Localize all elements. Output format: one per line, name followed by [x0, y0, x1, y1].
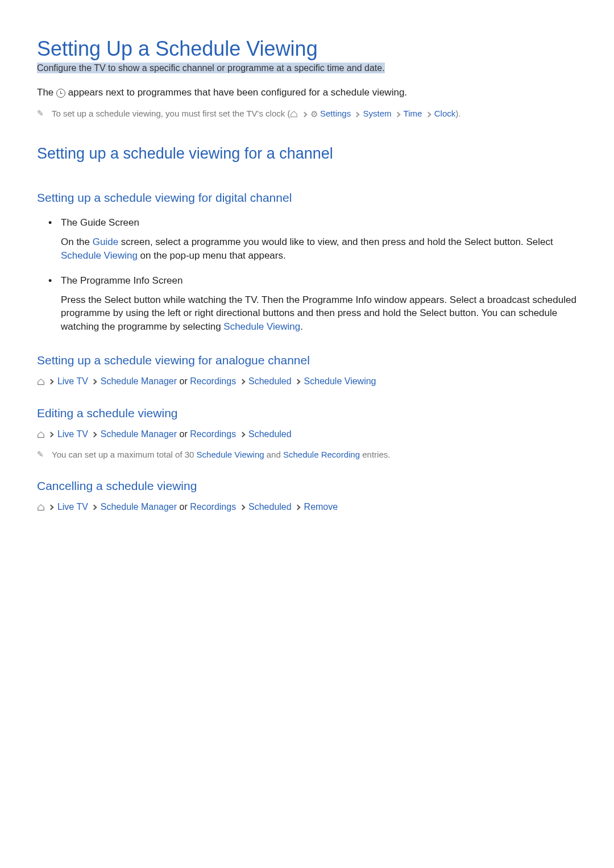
text: on the pop-up menu that appears.: [138, 250, 286, 261]
editing-note: ✎ You can set up a maximum total of 30 S…: [37, 450, 577, 459]
chevron-icon: [48, 432, 54, 438]
chevron-icon: [92, 379, 97, 385]
recordings-link: Recordings: [190, 502, 236, 512]
chevron-icon: [48, 505, 54, 510]
subsection-heading: Editing a schedule viewing: [37, 406, 577, 420]
list-item: The Programme Info Screen Press the Sele…: [61, 275, 577, 334]
schedule-manager-link: Schedule Manager: [101, 429, 177, 439]
schedule-manager-link: Schedule Manager: [101, 502, 177, 512]
home-icon: [37, 504, 45, 512]
chevron-icon: [395, 111, 400, 117]
chevron-icon: [354, 111, 360, 117]
schedule-viewing-link: Schedule Viewing: [61, 250, 138, 261]
chevron-icon: [295, 379, 301, 385]
subsection-heading: Setting up a schedule viewing for analog…: [37, 354, 577, 367]
schedule-viewing-link: Schedule Viewing: [304, 376, 376, 386]
text: Press the Select button while watching t…: [61, 294, 576, 333]
home-icon: [290, 110, 298, 118]
clock-note-suffix: ).: [455, 109, 460, 118]
subsection-heading: Cancelling a schedule viewing: [37, 479, 577, 493]
clock-note-prefix: To set up a schedule viewing, you must f…: [52, 109, 290, 118]
chevron-icon: [301, 111, 307, 117]
chevron-icon: [425, 111, 431, 117]
note-mid: and: [264, 450, 283, 459]
guide-link: Guide: [93, 236, 118, 247]
breadcrumb: Live TV Schedule Manager or Recordings S…: [37, 376, 577, 387]
chevron-icon: [239, 505, 245, 510]
clock-note: ✎ To set up a schedule viewing, you must…: [37, 109, 577, 119]
bullet-text: On the Guide screen, select a programme …: [61, 235, 577, 263]
clock-icon: [56, 89, 65, 98]
chevron-icon: [92, 432, 97, 438]
breadcrumb: Live TV Schedule Manager or Recordings S…: [37, 429, 577, 439]
home-icon: [37, 431, 45, 439]
remove-link: Remove: [304, 502, 338, 512]
livetv-link: Live TV: [57, 502, 88, 512]
bullet-title: The Guide Screen: [61, 217, 577, 229]
schedule-viewing-link: Schedule Viewing: [197, 450, 264, 459]
recordings-link: Recordings: [190, 376, 236, 386]
scheduled-link: Scheduled: [248, 429, 292, 439]
livetv-link: Live TV: [57, 429, 88, 439]
gear-icon: ⚙: [310, 109, 318, 119]
schedule-viewing-link: Schedule Viewing: [223, 321, 300, 332]
list-item: The Guide Screen On the Guide screen, se…: [61, 217, 577, 263]
bullet-text: Press the Select button while watching t…: [61, 293, 577, 334]
subsection-heading: Setting up a schedule viewing for digita…: [37, 191, 577, 205]
settings-link: Settings: [320, 109, 351, 118]
note-prefix: You can set up a maximum total of 30: [52, 450, 197, 459]
or-text: or: [177, 502, 190, 512]
text: On the: [61, 236, 93, 247]
chevron-icon: [48, 379, 54, 385]
section-heading: Setting up a schedule viewing for a chan…: [37, 145, 577, 163]
chevron-icon: [295, 505, 301, 510]
pencil-icon: ✎: [37, 450, 44, 459]
bullet-title: The Programme Info Screen: [61, 275, 577, 286]
home-icon: [37, 378, 45, 386]
pencil-icon: ✎: [37, 109, 44, 118]
or-text: or: [177, 376, 190, 386]
chevron-icon: [239, 432, 245, 438]
chevron-icon: [239, 379, 245, 385]
clock-link: Clock: [434, 109, 456, 118]
scheduled-link: Scheduled: [248, 502, 292, 512]
page-title: Setting Up a Schedule Viewing: [37, 37, 577, 61]
breadcrumb: Live TV Schedule Manager or Recordings S…: [37, 502, 577, 512]
or-text: or: [177, 429, 190, 439]
intro-text: The appears next to programmes that have…: [37, 87, 577, 98]
schedule-recording-link: Schedule Recording: [283, 450, 360, 459]
note-suffix: entries.: [360, 450, 390, 459]
text: .: [300, 321, 303, 332]
text: screen, select a programme you would lik…: [118, 236, 553, 247]
page-subtitle: Configure the TV to show a specific chan…: [37, 63, 385, 73]
time-link: Time: [404, 109, 422, 118]
recordings-link: Recordings: [190, 429, 236, 439]
scheduled-link: Scheduled: [248, 376, 292, 386]
schedule-manager-link: Schedule Manager: [101, 376, 177, 386]
intro-suffix: appears next to programmes that have bee…: [65, 87, 407, 98]
chevron-icon: [92, 505, 97, 510]
livetv-link: Live TV: [57, 376, 88, 386]
intro-prefix: The: [37, 87, 56, 98]
system-link: System: [363, 109, 392, 118]
